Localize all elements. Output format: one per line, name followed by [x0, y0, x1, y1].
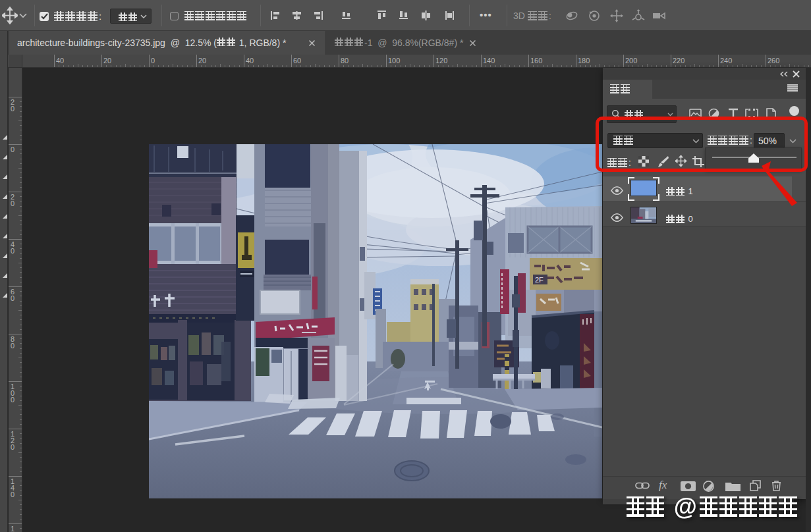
svg-text:2F: 2F — [535, 276, 544, 284]
